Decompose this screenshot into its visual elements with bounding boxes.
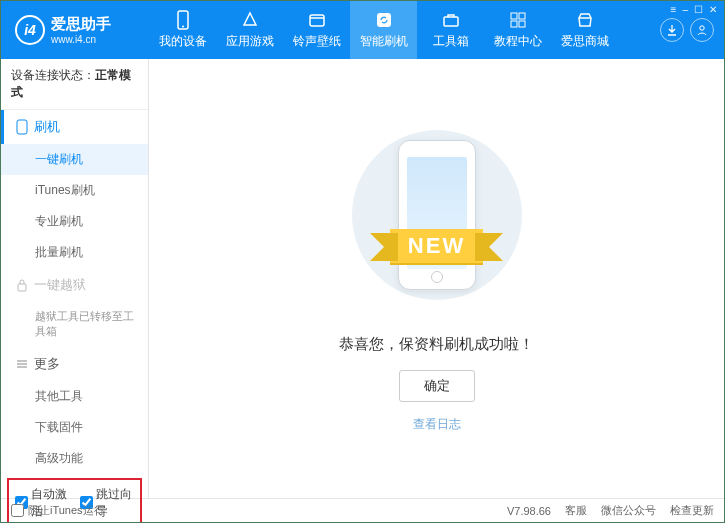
svg-rect-3 (377, 13, 391, 27)
new-ribbon: NEW (390, 229, 483, 263)
sidebar-group-flash[interactable]: 刷机 (1, 110, 148, 144)
svg-rect-2 (310, 15, 324, 26)
main-content: NEW 恭喜您，保资料刷机成功啦！ 确定 查看日志 (149, 59, 724, 498)
sidebar: 设备连接状态：正常模式 刷机 一键刷机 iTunes刷机 专业刷机 批量刷机 一… (1, 59, 149, 498)
grid-icon (508, 10, 528, 30)
nav-tutorials[interactable]: 教程中心 (484, 1, 551, 59)
logo-icon: i4 (15, 15, 45, 45)
nav-toolbox[interactable]: 工具箱 (417, 1, 484, 59)
main-nav: 我的设备 应用游戏 铃声壁纸 智能刷机 工具箱 教程中心 爱思商城 (149, 1, 660, 59)
nav-label: 工具箱 (433, 33, 469, 50)
app-name: 爱思助手 (51, 15, 111, 34)
svg-rect-8 (519, 21, 525, 27)
download-button[interactable] (660, 18, 684, 42)
wechat-link[interactable]: 微信公众号 (601, 503, 656, 518)
logo-area: i4 爱思助手 www.i4.cn (1, 15, 149, 45)
version-label: V7.98.66 (507, 505, 551, 517)
support-link[interactable]: 客服 (565, 503, 587, 518)
app-header: i4 爱思助手 www.i4.cn 我的设备 应用游戏 铃声壁纸 智能刷机 工具… (1, 1, 724, 59)
jailbreak-note: 越狱工具已转移至工具箱 (1, 302, 148, 347)
app-site: www.i4.cn (51, 34, 111, 45)
maximize-icon[interactable]: ☐ (694, 4, 703, 15)
close-icon[interactable]: ✕ (709, 4, 717, 15)
nav-label: 我的设备 (159, 33, 207, 50)
svg-point-1 (182, 26, 184, 28)
toolbox-icon (441, 10, 461, 30)
checkbox-block-itunes[interactable]: 阻止iTunes运行 (11, 503, 105, 518)
sidebar-item-itunes-flash[interactable]: iTunes刷机 (1, 175, 148, 206)
success-illustration: NEW (347, 125, 527, 305)
nav-smart-flash[interactable]: 智能刷机 (350, 1, 417, 59)
phone-graphic (398, 140, 476, 290)
sidebar-item-oneclick-flash[interactable]: 一键刷机 (1, 144, 148, 175)
sidebar-item-other-tools[interactable]: 其他工具 (1, 381, 148, 412)
phone-icon (173, 10, 193, 30)
svg-rect-11 (18, 284, 26, 291)
user-button[interactable] (690, 18, 714, 42)
nav-label: 铃声壁纸 (293, 33, 341, 50)
nav-my-device[interactable]: 我的设备 (149, 1, 216, 59)
nav-label: 智能刷机 (360, 33, 408, 50)
svg-rect-4 (444, 17, 458, 26)
nav-store[interactable]: 爱思商城 (551, 1, 618, 59)
store-icon (575, 10, 595, 30)
svg-rect-5 (511, 13, 517, 19)
nav-apps-games[interactable]: 应用游戏 (216, 1, 283, 59)
apps-icon (240, 10, 260, 30)
nav-ringtones[interactable]: 铃声壁纸 (283, 1, 350, 59)
lock-icon (16, 278, 28, 292)
svg-rect-6 (519, 13, 525, 19)
sidebar-item-batch-flash[interactable]: 批量刷机 (1, 237, 148, 268)
view-log-link[interactable]: 查看日志 (413, 416, 461, 433)
success-message: 恭喜您，保资料刷机成功啦！ (339, 335, 534, 354)
sidebar-item-advanced[interactable]: 高级功能 (1, 443, 148, 474)
svg-rect-10 (17, 120, 27, 134)
check-update-link[interactable]: 检查更新 (670, 503, 714, 518)
window-controls: ≡ – ☐ ✕ (671, 4, 717, 15)
sidebar-item-download-firmware[interactable]: 下载固件 (1, 412, 148, 443)
nav-label: 爱思商城 (561, 33, 609, 50)
svg-point-9 (700, 26, 704, 30)
sidebar-group-more[interactable]: 更多 (1, 347, 148, 381)
wallet-icon (307, 10, 327, 30)
device-status: 设备连接状态：正常模式 (1, 59, 148, 110)
nav-label: 教程中心 (494, 33, 542, 50)
menu-icon[interactable]: ≡ (671, 4, 677, 15)
nav-label: 应用游戏 (226, 33, 274, 50)
svg-rect-7 (511, 21, 517, 27)
more-icon (16, 358, 28, 370)
ok-button[interactable]: 确定 (399, 370, 475, 402)
sidebar-group-jailbreak[interactable]: 一键越狱 (1, 268, 148, 302)
refresh-icon (374, 10, 394, 30)
phone-icon (16, 119, 28, 135)
minimize-icon[interactable]: – (682, 4, 688, 15)
sidebar-item-pro-flash[interactable]: 专业刷机 (1, 206, 148, 237)
